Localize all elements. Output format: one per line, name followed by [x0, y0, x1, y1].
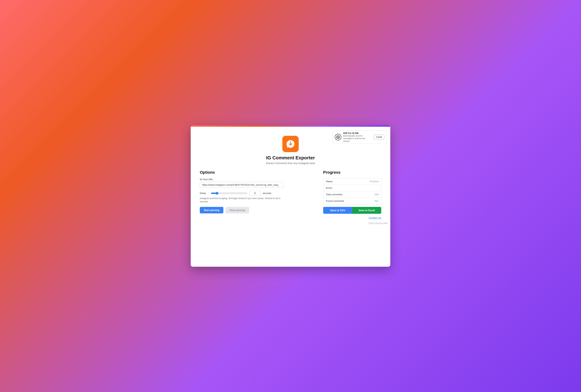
- delay-slider[interactable]: [211, 192, 247, 195]
- action-buttons: Start parsing Stop parsing: [200, 207, 312, 213]
- progress-row-label-0: Status: [323, 178, 360, 185]
- save-excel-button[interactable]: Save to Excel: [352, 207, 381, 214]
- app-subtitle: Extract Comments from any Instagram post: [196, 162, 385, 165]
- delay-value-input[interactable]: [250, 191, 260, 196]
- ad-subtitle: Automatically send IG messages to anyone…: [343, 134, 372, 142]
- progress-panel: Progress StatusFinishedErrorsTotal comme…: [323, 170, 381, 219]
- url-input[interactable]: [200, 182, 283, 188]
- main-content: Options IG Post URL: Delay: seconds Inst…: [196, 170, 385, 219]
- ad-text: APP For IG DM Automatically send IG mess…: [343, 132, 372, 142]
- options-title: Options: [200, 170, 312, 175]
- browser-window: APP For IG DM Automatically send IG mess…: [191, 125, 390, 267]
- progress-row-label-1: Errors: [323, 185, 360, 191]
- delay-unit: seconds: [262, 192, 271, 195]
- app-logo: [282, 136, 299, 152]
- ad-title: APP For IG DM: [343, 132, 372, 134]
- content-area: APP For IG DM Automatically send IG mess…: [191, 127, 390, 226]
- hint-text: Instagram prevents scraping. Set larger …: [200, 197, 283, 203]
- ad-install-button[interactable]: Install: [374, 135, 384, 139]
- ad-banner: APP For IG DM Automatically send IG mess…: [332, 130, 387, 144]
- progress-row-label-3: Found comments: [323, 198, 360, 204]
- ad-icon: [335, 134, 341, 140]
- stop-parsing-button[interactable]: Stop parsing: [226, 207, 249, 213]
- progress-table: StatusFinishedErrorsTotal comments214Fou…: [323, 178, 381, 204]
- watermark: CSDN @erhao1995: [368, 222, 388, 225]
- progress-row-label-2: Total comments: [323, 191, 360, 198]
- progress-row-value-1: [360, 185, 381, 191]
- delay-row: Delay: seconds: [200, 191, 312, 196]
- progress-row-value-3: 211: [360, 198, 381, 204]
- options-panel: Options IG Post URL: Delay: seconds Inst…: [200, 170, 312, 219]
- top-gradient-bar: [191, 125, 390, 127]
- save-buttons: Save to CSV Save to Excel: [323, 207, 381, 214]
- app-title: IG Comment Exporter: [196, 155, 385, 161]
- svg-point-1: [338, 137, 338, 138]
- contact-us-link[interactable]: Contact Us: [323, 216, 381, 219]
- progress-row-value-0: Finished: [360, 178, 381, 185]
- svg-point-0: [336, 136, 340, 139]
- url-label: IG Post URL:: [200, 178, 312, 181]
- start-parsing-button[interactable]: Start parsing: [200, 207, 223, 213]
- delay-label: Delay:: [200, 192, 209, 195]
- progress-title: Progress: [323, 170, 381, 175]
- progress-row-value-2: 214: [360, 191, 381, 198]
- save-csv-button[interactable]: Save to CSV: [323, 207, 352, 214]
